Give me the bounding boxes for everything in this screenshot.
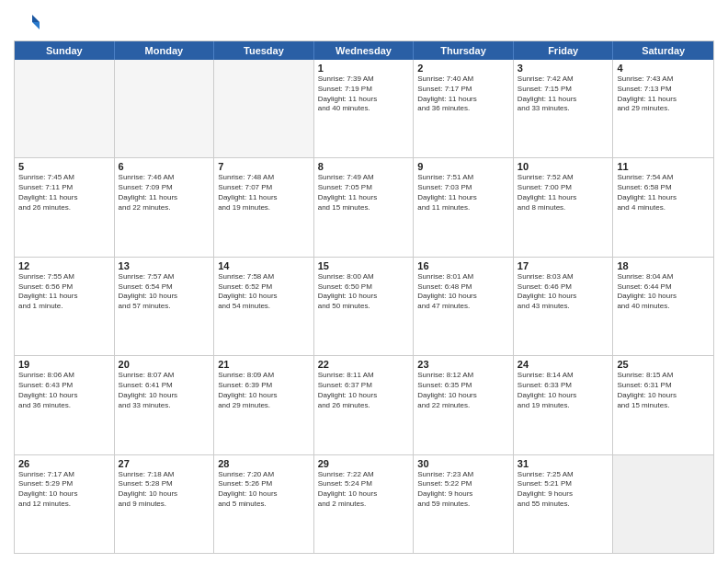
day-number: 5 (18, 161, 110, 172)
cell-text: Sunrise: 7:55 AM Sunset: 6:56 PM Dayligh… (18, 272, 110, 312)
calendar: SundayMondayTuesdayWednesdayThursdayFrid… (14, 40, 714, 554)
calendar-row-2: 12Sunrise: 7:55 AM Sunset: 6:56 PM Dayli… (15, 258, 713, 356)
cell-text: Sunrise: 7:51 AM Sunset: 7:03 PM Dayligh… (417, 173, 509, 213)
cell-text: Sunrise: 7:42 AM Sunset: 7:15 PM Dayligh… (518, 75, 609, 114)
cell-text: Sunrise: 8:00 AM Sunset: 6:50 PM Dayligh… (318, 272, 410, 312)
calendar-cell (115, 60, 215, 157)
cell-text: Sunrise: 7:23 AM Sunset: 5:22 PM Dayligh… (417, 470, 509, 510)
calendar-cell: 15Sunrise: 8:00 AM Sunset: 6:50 PM Dayli… (314, 258, 415, 355)
calendar-cell (214, 60, 314, 157)
calendar-cell: 6Sunrise: 7:46 AM Sunset: 7:09 PM Daylig… (115, 158, 215, 256)
cell-text: Sunrise: 7:54 AM Sunset: 6:58 PM Dayligh… (617, 173, 710, 213)
day-number: 8 (318, 161, 410, 172)
calendar-cell: 8Sunrise: 7:49 AM Sunset: 7:05 PM Daylig… (314, 158, 415, 256)
calendar-cell: 19Sunrise: 8:06 AM Sunset: 6:43 PM Dayli… (15, 356, 115, 454)
cell-text: Sunrise: 8:11 AM Sunset: 6:37 PM Dayligh… (318, 371, 410, 410)
cell-text: Sunrise: 7:25 AM Sunset: 5:21 PM Dayligh… (518, 470, 609, 510)
day-number: 26 (18, 458, 110, 469)
day-number: 15 (318, 260, 410, 271)
day-number: 13 (119, 260, 210, 271)
day-number: 25 (617, 359, 710, 370)
calendar-cell: 27Sunrise: 7:18 AM Sunset: 5:28 PM Dayli… (115, 455, 215, 553)
header (14, 9, 714, 35)
day-number: 19 (18, 359, 110, 370)
calendar-cell: 13Sunrise: 7:57 AM Sunset: 6:54 PM Dayli… (115, 258, 215, 355)
header-cell-sunday: Sunday (15, 41, 115, 60)
calendar-cell: 1Sunrise: 7:39 AM Sunset: 7:19 PM Daylig… (314, 60, 415, 157)
logo (14, 9, 43, 35)
cell-text: Sunrise: 8:07 AM Sunset: 6:41 PM Dayligh… (119, 371, 210, 410)
day-number: 24 (518, 359, 609, 370)
calendar-cell: 2Sunrise: 7:40 AM Sunset: 7:17 PM Daylig… (414, 60, 514, 157)
header-cell-monday: Monday (115, 41, 215, 60)
day-number: 16 (417, 260, 509, 271)
calendar-row-1: 5Sunrise: 7:45 AM Sunset: 7:11 PM Daylig… (15, 158, 713, 257)
day-number: 21 (218, 359, 310, 370)
calendar-row-3: 19Sunrise: 8:06 AM Sunset: 6:43 PM Dayli… (15, 356, 713, 454)
cell-text: Sunrise: 7:48 AM Sunset: 7:07 PM Dayligh… (218, 173, 310, 213)
calendar-cell: 17Sunrise: 8:03 AM Sunset: 6:46 PM Dayli… (514, 258, 614, 355)
calendar-cell: 23Sunrise: 8:12 AM Sunset: 6:35 PM Dayli… (414, 356, 514, 454)
calendar-cell: 30Sunrise: 7:23 AM Sunset: 5:22 PM Dayli… (414, 455, 514, 553)
day-number: 12 (18, 260, 110, 271)
calendar-cell: 4Sunrise: 7:43 AM Sunset: 7:13 PM Daylig… (613, 60, 713, 157)
cell-text: Sunrise: 8:03 AM Sunset: 6:46 PM Dayligh… (518, 272, 609, 312)
day-number: 27 (119, 458, 210, 469)
calendar-cell: 16Sunrise: 8:01 AM Sunset: 6:48 PM Dayli… (414, 258, 514, 355)
calendar-cell: 25Sunrise: 8:15 AM Sunset: 6:31 PM Dayli… (613, 356, 713, 454)
day-number: 22 (318, 359, 410, 370)
day-number: 1 (318, 63, 410, 74)
calendar-cell: 28Sunrise: 7:20 AM Sunset: 5:26 PM Dayli… (214, 455, 314, 553)
day-number: 31 (518, 458, 609, 469)
cell-text: Sunrise: 7:40 AM Sunset: 7:17 PM Dayligh… (417, 75, 509, 114)
calendar-cell: 12Sunrise: 7:55 AM Sunset: 6:56 PM Dayli… (15, 258, 115, 355)
header-cell-wednesday: Wednesday (314, 41, 415, 60)
logo-icon (14, 9, 40, 35)
svg-marker-1 (32, 22, 40, 29)
cell-text: Sunrise: 7:45 AM Sunset: 7:11 PM Dayligh… (18, 173, 110, 213)
day-number: 23 (417, 359, 509, 370)
calendar-cell: 5Sunrise: 7:45 AM Sunset: 7:11 PM Daylig… (15, 158, 115, 256)
cell-text: Sunrise: 8:06 AM Sunset: 6:43 PM Dayligh… (18, 371, 110, 410)
day-number: 18 (617, 260, 710, 271)
calendar-header: SundayMondayTuesdayWednesdayThursdayFrid… (15, 41, 713, 60)
cell-text: Sunrise: 7:58 AM Sunset: 6:52 PM Dayligh… (218, 272, 310, 312)
day-number: 14 (218, 260, 310, 271)
cell-text: Sunrise: 7:20 AM Sunset: 5:26 PM Dayligh… (218, 470, 310, 510)
calendar-cell: 20Sunrise: 8:07 AM Sunset: 6:41 PM Dayli… (115, 356, 215, 454)
calendar-cell (613, 455, 713, 553)
page: SundayMondayTuesdayWednesdayThursdayFrid… (0, 0, 728, 563)
cell-text: Sunrise: 7:22 AM Sunset: 5:24 PM Dayligh… (318, 470, 410, 510)
cell-text: Sunrise: 7:17 AM Sunset: 5:29 PM Dayligh… (18, 470, 110, 510)
cell-text: Sunrise: 7:18 AM Sunset: 5:28 PM Dayligh… (119, 470, 210, 510)
day-number: 2 (417, 63, 509, 74)
calendar-cell: 26Sunrise: 7:17 AM Sunset: 5:29 PM Dayli… (15, 455, 115, 553)
day-number: 9 (417, 161, 509, 172)
calendar-row-4: 26Sunrise: 7:17 AM Sunset: 5:29 PM Dayli… (15, 455, 713, 553)
calendar-cell: 14Sunrise: 7:58 AM Sunset: 6:52 PM Dayli… (214, 258, 314, 355)
calendar-cell: 3Sunrise: 7:42 AM Sunset: 7:15 PM Daylig… (514, 60, 614, 157)
cell-text: Sunrise: 8:14 AM Sunset: 6:33 PM Dayligh… (518, 371, 609, 410)
day-number: 28 (218, 458, 310, 469)
svg-marker-0 (32, 15, 40, 22)
calendar-cell: 29Sunrise: 7:22 AM Sunset: 5:24 PM Dayli… (314, 455, 415, 553)
day-number: 11 (617, 161, 710, 172)
cell-text: Sunrise: 8:09 AM Sunset: 6:39 PM Dayligh… (218, 371, 310, 410)
calendar-body: 1Sunrise: 7:39 AM Sunset: 7:19 PM Daylig… (15, 60, 713, 553)
cell-text: Sunrise: 8:15 AM Sunset: 6:31 PM Dayligh… (617, 371, 710, 410)
calendar-cell: 9Sunrise: 7:51 AM Sunset: 7:03 PM Daylig… (414, 158, 514, 256)
cell-text: Sunrise: 7:46 AM Sunset: 7:09 PM Dayligh… (119, 173, 210, 213)
day-number: 17 (518, 260, 609, 271)
day-number: 4 (617, 63, 710, 74)
calendar-cell: 21Sunrise: 8:09 AM Sunset: 6:39 PM Dayli… (214, 356, 314, 454)
day-number: 30 (417, 458, 509, 469)
day-number: 20 (119, 359, 210, 370)
calendar-cell: 10Sunrise: 7:52 AM Sunset: 7:00 PM Dayli… (514, 158, 614, 256)
calendar-cell: 31Sunrise: 7:25 AM Sunset: 5:21 PM Dayli… (514, 455, 614, 553)
calendar-cell: 24Sunrise: 8:14 AM Sunset: 6:33 PM Dayli… (514, 356, 614, 454)
day-number: 29 (318, 458, 410, 469)
header-cell-friday: Friday (514, 41, 614, 60)
calendar-cell: 22Sunrise: 8:11 AM Sunset: 6:37 PM Dayli… (314, 356, 415, 454)
day-number: 10 (518, 161, 609, 172)
cell-text: Sunrise: 8:01 AM Sunset: 6:48 PM Dayligh… (417, 272, 509, 312)
